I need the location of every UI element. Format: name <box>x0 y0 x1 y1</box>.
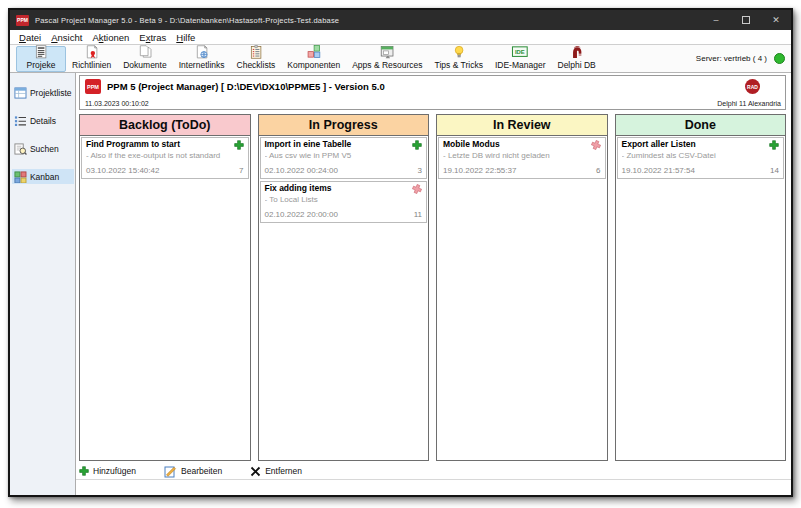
components-icon <box>306 45 322 59</box>
minimize-button[interactable]: – <box>701 10 731 30</box>
menu-ansicht[interactable]: Ansicht <box>46 32 87 43</box>
card-count: 7 <box>239 166 243 175</box>
edit-button[interactable]: Bearbeiten <box>164 465 222 478</box>
project-header: PPM PPM 5 (Project Manager) [ D:\DEV\DX1… <box>79 75 786 110</box>
kanban-card[interactable]: Export aller Listen - Zumindest als CSV-… <box>617 137 785 179</box>
project-list-icon <box>14 87 27 99</box>
edit-icon <box>164 465 177 478</box>
column-header: Backlog (ToDo) <box>80 115 250 136</box>
delphi-helmet-icon <box>569 45 585 59</box>
kanban-column-in-review: In Review Mobile Modus - Letzte DB wird … <box>436 114 608 461</box>
card-date: 02.10.2022 20:00:00 <box>265 210 338 219</box>
kanban-card[interactable]: Find Programm to start - Also if the exe… <box>81 137 249 179</box>
app-logo-icon: PPM <box>16 15 29 26</box>
maximize-button[interactable] <box>731 10 761 30</box>
app-window: PPM Pascal Project Manager 5.0 - Beta 9 … <box>8 8 793 497</box>
card-date: 19.10.2022 22:55:37 <box>443 166 516 175</box>
card-count: 11 <box>414 210 422 219</box>
column-header: In Review <box>437 115 607 136</box>
toolbar: ProjekeRichtlinienDokumenteInternetlinks… <box>10 45 791 73</box>
toolbar-projeke[interactable]: Projeke <box>16 46 66 72</box>
report-icon <box>33 45 49 59</box>
details-icon <box>14 115 27 127</box>
menu-aktionen[interactable]: Aktionen <box>87 32 134 43</box>
search-icon <box>14 143 27 155</box>
document-globe-icon <box>194 45 210 59</box>
kanban-card[interactable]: Mobile Modus - Letzte DB wird nicht gela… <box>438 137 606 179</box>
card-count: 3 <box>418 166 422 175</box>
toolbar-internetlinks[interactable]: Internetlinks <box>173 46 231 72</box>
document-seal-icon <box>84 45 100 59</box>
sidebar-item-kanban[interactable]: Kanban <box>12 169 74 184</box>
kanban-column-done: Done Export aller Listen - Zumindest als… <box>615 114 787 461</box>
card-date: 03.10.2022 15:40:42 <box>86 166 159 175</box>
menu-bar: DateiAnsichtAktionenExtrasHilfe <box>10 30 791 45</box>
column-header: In Progress <box>259 115 429 136</box>
toolbar-komponenten[interactable]: Komponenten <box>281 46 346 72</box>
sidebar: ProjektlisteDetailsSuchenKanban <box>10 73 76 495</box>
sidebar-item-projektliste[interactable]: Projektliste <box>12 85 74 100</box>
documents-icon <box>137 45 153 59</box>
remove-icon <box>250 466 261 477</box>
add-icon <box>79 466 89 476</box>
kanban-icon <box>14 171 27 183</box>
menu-hilfe[interactable]: Hilfe <box>171 32 200 43</box>
menu-datei[interactable]: Datei <box>14 32 46 43</box>
lightbulb-icon <box>451 45 467 59</box>
card-date: 02.10.2022 00:24:00 <box>265 166 338 175</box>
ide-icon: IDE <box>511 45 529 59</box>
green-plus-icon <box>412 140 422 150</box>
project-title: PPM 5 (Project Manager) [ D:\DEV\DX10\PP… <box>107 81 385 92</box>
remove-button[interactable]: Entfernen <box>250 466 302 477</box>
window-title: Pascal Project Manager 5.0 - Beta 9 - D:… <box>35 16 339 25</box>
card-count: 14 <box>770 166 779 175</box>
toolbar-dokumente[interactable]: Dokumente <box>117 46 172 72</box>
apps-icon <box>379 45 395 59</box>
title-bar: PPM Pascal Project Manager 5.0 - Beta 9 … <box>10 10 791 30</box>
toolbar-checklists[interactable]: Checklists <box>231 46 282 72</box>
main-panel: PPM PPM 5 (Project Manager) [ D:\DEV\DX1… <box>76 73 791 495</box>
add-button[interactable]: Hinzufügen <box>79 466 136 476</box>
toolbar-ide-manager[interactable]: IDEIDE-Manager <box>489 46 552 72</box>
sidebar-item-suchen[interactable]: Suchen <box>12 141 74 156</box>
server-label: Server: vertrieb ( 4 ) <box>696 54 767 63</box>
pink-pin-icon <box>412 184 422 194</box>
kanban-column-backlog-todo-: Backlog (ToDo) Find Programm to start - … <box>79 114 251 461</box>
toolbar-delphi-db[interactable]: Delphi DB <box>552 46 602 72</box>
project-timestamp: 11.03.2023 00:10:02 <box>85 100 149 107</box>
kanban-column-in-progress: In Progress Import in eine Tabelle - Aus… <box>258 114 430 461</box>
server-status-icon <box>774 53 785 64</box>
toolbar-apps-resources[interactable]: Apps & Resources <box>346 46 428 72</box>
kanban-card[interactable]: Import in eine Tabelle - Aus csv wie in … <box>260 137 428 179</box>
green-plus-icon <box>769 140 779 150</box>
green-plus-icon <box>234 140 244 150</box>
menu-extras[interactable]: Extras <box>134 32 171 43</box>
card-count: 6 <box>596 166 600 175</box>
pink-pin-icon <box>591 140 601 150</box>
action-bar: HinzufügenBearbeitenEntfernen <box>76 466 791 480</box>
delphi-edition-label: Delphi 11 Alexandria <box>717 100 781 107</box>
toolbar-tips-tricks[interactable]: Tips & Tricks <box>429 46 489 72</box>
clipboard-icon <box>248 45 264 59</box>
kanban-card[interactable]: Fix adding items - To Local Lists 02.10.… <box>260 181 428 223</box>
sidebar-item-details[interactable]: Details <box>12 113 74 128</box>
svg-text:IDE: IDE <box>515 48 525 54</box>
kanban-board: Backlog (ToDo) Find Programm to start - … <box>79 114 786 461</box>
toolbar-richtlinien[interactable]: Richtlinien <box>66 46 117 72</box>
column-header: Done <box>616 115 786 136</box>
card-date: 19.10.2022 21:57:54 <box>622 166 695 175</box>
close-button[interactable]: ✕ <box>761 10 791 30</box>
maximize-icon <box>742 16 750 24</box>
rad-badge-icon: RAD <box>745 79 760 94</box>
ppm-logo-icon: PPM <box>85 79 101 94</box>
